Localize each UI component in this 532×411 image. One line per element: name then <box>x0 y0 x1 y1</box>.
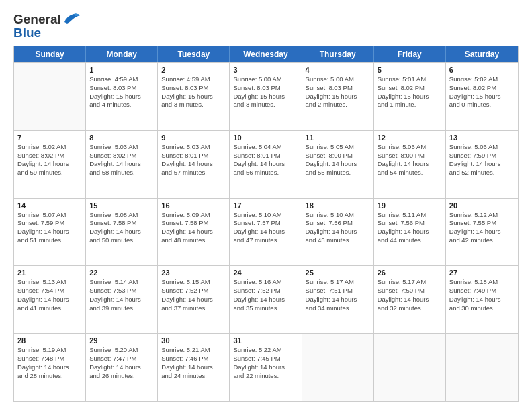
weekday-header-friday: Friday <box>374 46 446 62</box>
calendar-row-2: 7Sunrise: 5:02 AM Sunset: 8:02 PM Daylig… <box>14 130 518 198</box>
calendar-cell-3-7: 20Sunrise: 5:12 AM Sunset: 7:55 PM Dayli… <box>446 199 518 266</box>
weekday-header-wednesday: Wednesday <box>230 46 302 62</box>
calendar-row-4: 21Sunrise: 5:13 AM Sunset: 7:54 PM Dayli… <box>14 265 518 333</box>
calendar-cell-2-2: 8Sunrise: 5:03 AM Sunset: 8:02 PM Daylig… <box>86 131 158 198</box>
day-number: 21 <box>17 269 82 277</box>
calendar-cell-3-3: 16Sunrise: 5:09 AM Sunset: 7:58 PM Dayli… <box>158 199 230 266</box>
day-info: Sunrise: 5:08 AM Sunset: 7:58 PM Dayligh… <box>89 211 154 245</box>
day-info: Sunrise: 4:59 AM Sunset: 8:03 PM Dayligh… <box>161 75 226 109</box>
day-number: 11 <box>306 134 370 142</box>
day-number: 18 <box>306 201 370 210</box>
header: General Blue <box>13 12 519 40</box>
page: General Blue SundayMondayTuesdayWednesda… <box>0 0 532 411</box>
day-number: 6 <box>449 66 515 74</box>
logo-general-text: General <box>13 12 61 27</box>
day-info: Sunrise: 5:00 AM Sunset: 8:03 PM Dayligh… <box>306 75 370 109</box>
logo-bird-icon <box>62 13 81 26</box>
calendar-row-1: 1Sunrise: 4:59 AM Sunset: 8:03 PM Daylig… <box>14 62 518 130</box>
calendar-cell-2-7: 13Sunrise: 5:06 AM Sunset: 7:59 PM Dayli… <box>446 131 518 198</box>
day-info: Sunrise: 5:00 AM Sunset: 8:03 PM Dayligh… <box>233 75 298 109</box>
day-number: 23 <box>161 269 226 277</box>
day-info: Sunrise: 5:01 AM Sunset: 8:02 PM Dayligh… <box>378 75 442 109</box>
day-info: Sunrise: 5:13 AM Sunset: 7:54 PM Dayligh… <box>17 278 82 312</box>
day-number: 25 <box>306 269 370 277</box>
weekday-header-saturday: Saturday <box>446 46 518 62</box>
day-number: 8 <box>89 134 154 142</box>
calendar-cell-4-3: 23Sunrise: 5:15 AM Sunset: 7:52 PM Dayli… <box>158 266 230 333</box>
day-info: Sunrise: 5:10 AM Sunset: 7:57 PM Dayligh… <box>233 211 298 245</box>
day-info: Sunrise: 5:20 AM Sunset: 7:47 PM Dayligh… <box>89 346 154 380</box>
day-number: 10 <box>233 134 298 142</box>
day-info: Sunrise: 5:12 AM Sunset: 7:55 PM Dayligh… <box>449 211 515 245</box>
calendar-cell-1-2: 1Sunrise: 4:59 AM Sunset: 8:03 PM Daylig… <box>86 63 158 130</box>
day-number: 15 <box>89 201 154 210</box>
day-info: Sunrise: 5:16 AM Sunset: 7:52 PM Dayligh… <box>233 278 298 312</box>
calendar-cell-5-5 <box>302 334 374 401</box>
calendar-cell-2-6: 12Sunrise: 5:06 AM Sunset: 8:00 PM Dayli… <box>374 131 446 198</box>
day-info: Sunrise: 5:17 AM Sunset: 7:50 PM Dayligh… <box>378 278 442 312</box>
day-info: Sunrise: 5:10 AM Sunset: 7:56 PM Dayligh… <box>306 211 370 245</box>
calendar-cell-2-1: 7Sunrise: 5:02 AM Sunset: 8:02 PM Daylig… <box>14 131 86 198</box>
calendar-cell-1-7: 6Sunrise: 5:02 AM Sunset: 8:02 PM Daylig… <box>446 63 518 130</box>
day-number: 27 <box>449 269 515 277</box>
calendar-cell-4-6: 26Sunrise: 5:17 AM Sunset: 7:50 PM Dayli… <box>374 266 446 333</box>
day-number: 22 <box>89 269 154 277</box>
weekday-header-thursday: Thursday <box>302 46 374 62</box>
day-info: Sunrise: 5:03 AM Sunset: 8:01 PM Dayligh… <box>161 143 226 177</box>
calendar-cell-3-5: 18Sunrise: 5:10 AM Sunset: 7:56 PM Dayli… <box>302 199 374 266</box>
calendar-body: 1Sunrise: 4:59 AM Sunset: 8:03 PM Daylig… <box>14 62 518 401</box>
calendar-cell-5-2: 29Sunrise: 5:20 AM Sunset: 7:47 PM Dayli… <box>86 334 158 401</box>
day-number: 20 <box>449 201 515 210</box>
day-info: Sunrise: 5:22 AM Sunset: 7:45 PM Dayligh… <box>233 346 298 380</box>
calendar-cell-3-4: 17Sunrise: 5:10 AM Sunset: 7:57 PM Dayli… <box>230 199 302 266</box>
day-number: 16 <box>161 201 226 210</box>
calendar-cell-2-4: 10Sunrise: 5:04 AM Sunset: 8:01 PM Dayli… <box>230 131 302 198</box>
day-number: 24 <box>233 269 298 277</box>
day-number: 30 <box>161 336 226 345</box>
calendar-cell-4-5: 25Sunrise: 5:17 AM Sunset: 7:51 PM Dayli… <box>302 266 374 333</box>
day-number: 13 <box>449 134 515 142</box>
logo: General Blue <box>13 12 81 40</box>
calendar-cell-5-3: 30Sunrise: 5:21 AM Sunset: 7:46 PM Dayli… <box>158 334 230 401</box>
logo-blue-text: Blue <box>13 26 41 40</box>
day-number: 4 <box>306 66 370 74</box>
day-info: Sunrise: 5:04 AM Sunset: 8:01 PM Dayligh… <box>233 143 298 177</box>
weekday-header-sunday: Sunday <box>14 46 86 62</box>
day-info: Sunrise: 5:18 AM Sunset: 7:49 PM Dayligh… <box>449 278 515 312</box>
calendar-cell-1-6: 5Sunrise: 5:01 AM Sunset: 8:02 PM Daylig… <box>374 63 446 130</box>
day-number: 14 <box>17 201 82 210</box>
day-number: 31 <box>233 336 298 345</box>
day-info: Sunrise: 4:59 AM Sunset: 8:03 PM Dayligh… <box>89 75 154 109</box>
day-info: Sunrise: 5:06 AM Sunset: 8:00 PM Dayligh… <box>378 143 442 177</box>
weekday-header-monday: Monday <box>86 46 158 62</box>
day-info: Sunrise: 5:09 AM Sunset: 7:58 PM Dayligh… <box>161 211 226 245</box>
calendar: SundayMondayTuesdayWednesdayThursdayFrid… <box>13 46 519 402</box>
day-number: 5 <box>378 66 442 74</box>
calendar-header: SundayMondayTuesdayWednesdayThursdayFrid… <box>14 46 518 62</box>
calendar-row-3: 14Sunrise: 5:07 AM Sunset: 7:59 PM Dayli… <box>14 198 518 266</box>
day-info: Sunrise: 5:19 AM Sunset: 7:48 PM Dayligh… <box>17 346 82 380</box>
day-info: Sunrise: 5:15 AM Sunset: 7:52 PM Dayligh… <box>161 278 226 312</box>
day-number: 7 <box>17 134 82 142</box>
calendar-cell-1-1 <box>14 63 86 130</box>
day-number: 17 <box>233 201 298 210</box>
day-info: Sunrise: 5:03 AM Sunset: 8:02 PM Dayligh… <box>89 143 154 177</box>
day-number: 1 <box>89 66 154 74</box>
day-number: 28 <box>17 336 82 345</box>
calendar-row-5: 28Sunrise: 5:19 AM Sunset: 7:48 PM Dayli… <box>14 333 518 401</box>
calendar-cell-4-7: 27Sunrise: 5:18 AM Sunset: 7:49 PM Dayli… <box>446 266 518 333</box>
calendar-cell-2-3: 9Sunrise: 5:03 AM Sunset: 8:01 PM Daylig… <box>158 131 230 198</box>
day-number: 12 <box>378 134 442 142</box>
day-info: Sunrise: 5:02 AM Sunset: 8:02 PM Dayligh… <box>449 75 515 109</box>
day-info: Sunrise: 5:21 AM Sunset: 7:46 PM Dayligh… <box>161 346 226 380</box>
calendar-cell-4-1: 21Sunrise: 5:13 AM Sunset: 7:54 PM Dayli… <box>14 266 86 333</box>
calendar-cell-5-6 <box>374 334 446 401</box>
calendar-cell-3-1: 14Sunrise: 5:07 AM Sunset: 7:59 PM Dayli… <box>14 199 86 266</box>
calendar-cell-1-3: 2Sunrise: 4:59 AM Sunset: 8:03 PM Daylig… <box>158 63 230 130</box>
calendar-cell-4-2: 22Sunrise: 5:14 AM Sunset: 7:53 PM Dayli… <box>86 266 158 333</box>
day-number: 2 <box>161 66 226 74</box>
calendar-cell-5-4: 31Sunrise: 5:22 AM Sunset: 7:45 PM Dayli… <box>230 334 302 401</box>
calendar-cell-3-2: 15Sunrise: 5:08 AM Sunset: 7:58 PM Dayli… <box>86 199 158 266</box>
day-info: Sunrise: 5:05 AM Sunset: 8:00 PM Dayligh… <box>306 143 370 177</box>
day-number: 19 <box>378 201 442 210</box>
